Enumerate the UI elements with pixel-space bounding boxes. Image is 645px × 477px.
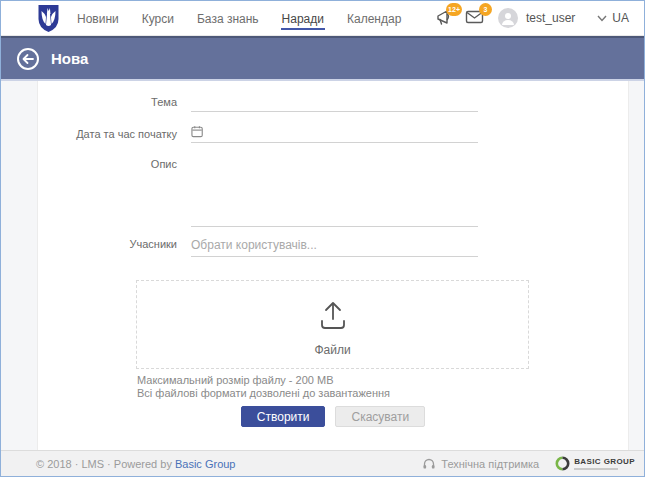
topic-input[interactable] <box>191 89 478 111</box>
top-navbar: Новини Курси База знань Наради Календар … <box>1 1 644 36</box>
description-label: Опис <box>38 158 177 170</box>
navbar-right-group: 12+ 3 test_user UA <box>434 7 632 29</box>
back-button[interactable] <box>17 48 39 70</box>
messages-badge: 3 <box>479 3 492 16</box>
nav-item-calendar[interactable]: Календар <box>346 3 402 33</box>
messages-button[interactable]: 3 <box>464 7 486 29</box>
user-avatar[interactable] <box>498 8 518 28</box>
copyright: © 2018 · LMS · Powered by Basic Group <box>36 458 235 470</box>
language-selector[interactable]: UA <box>597 11 629 25</box>
copyright-text: © 2018 · LMS · Powered by <box>36 458 172 470</box>
file-format-hint: Всі файлові формати дозволені до заванта… <box>137 387 390 399</box>
topic-label: Тема <box>38 96 177 108</box>
main-menu: Новини Курси База знань Наради Календар <box>76 3 402 33</box>
participants-label: Учасники <box>38 238 177 250</box>
basic-group-ring-icon <box>555 456 570 471</box>
tech-support-label: Технічна підтримка <box>441 458 539 470</box>
participants-field-wrap <box>191 233 478 257</box>
cancel-button[interactable]: Скасувати <box>335 406 425 427</box>
content-background: Тема Дата та час початку Опис Учасники <box>1 81 644 450</box>
basic-group-logo[interactable]: BASIC GROUP <box>555 456 635 471</box>
page-header-bar: Нова <box>1 36 644 81</box>
footer-right-group: Технічна підтримка BASIC GROUP <box>422 456 635 471</box>
person-icon <box>498 8 518 28</box>
upload-icon <box>316 299 350 331</box>
basic-group-link[interactable]: Basic Group <box>175 458 236 470</box>
brand-tagline-bar <box>574 468 618 470</box>
nav-item-news[interactable]: Новини <box>76 3 120 33</box>
file-size-hint: Максимальний розмір файлу - 200 MB <box>137 374 334 386</box>
kyiv-emblem-logo[interactable] <box>34 4 63 33</box>
tech-support-link[interactable]: Технічна підтримка <box>422 457 539 470</box>
file-dropzone[interactable]: Файли <box>136 280 529 369</box>
language-code: UA <box>612 11 629 25</box>
brand-name: BASIC GROUP <box>574 458 635 466</box>
page-title: Нова <box>51 50 88 67</box>
footer: © 2018 · LMS · Powered by Basic Group Те… <box>1 450 644 476</box>
nav-item-meetings[interactable]: Наради <box>281 3 325 33</box>
calendar-icon[interactable] <box>191 125 203 138</box>
description-textarea[interactable] <box>191 153 478 227</box>
create-button[interactable]: Створити <box>241 406 326 427</box>
arrow-left-icon <box>21 53 35 65</box>
notifications-button[interactable]: 12+ <box>434 7 456 29</box>
form-actions: Створити Скасувати <box>38 406 628 427</box>
datetime-label: Дата та час початку <box>38 128 177 140</box>
nav-item-knowledge-base[interactable]: База знань <box>196 3 260 33</box>
nav-item-courses[interactable]: Курси <box>141 3 175 33</box>
chevron-down-icon <box>597 15 607 22</box>
notifications-badge: 12+ <box>446 3 462 16</box>
datetime-input[interactable] <box>209 121 478 142</box>
username-label[interactable]: test_user <box>526 11 575 25</box>
app-window: Новини Курси База знань Наради Календар … <box>0 0 645 477</box>
participants-input[interactable] <box>191 233 478 256</box>
headset-icon <box>422 457 436 470</box>
dropzone-label: Файли <box>137 343 528 357</box>
datetime-field-wrap <box>191 121 478 143</box>
form-card: Тема Дата та час початку Опис Учасники <box>37 81 629 450</box>
topic-field-wrap <box>191 89 478 112</box>
